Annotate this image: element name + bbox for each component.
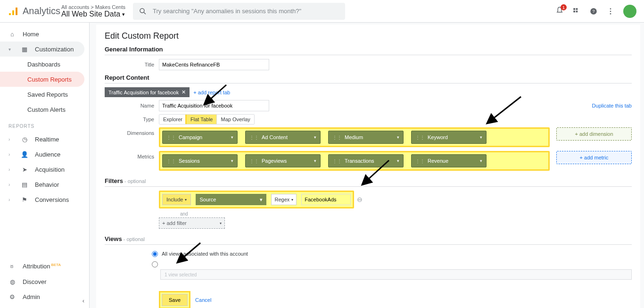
product-name: Analytics: [23, 6, 60, 17]
sidebar-item-custom-alerts[interactable]: Custom Alerts: [0, 102, 89, 117]
filter-and-label: and: [180, 211, 632, 216]
metric-pill[interactable]: ⋮⋮Revenue▾: [411, 154, 487, 167]
remove-filter-icon[interactable]: ⊖: [357, 196, 363, 203]
grip-icon: ⋮⋮: [332, 158, 342, 164]
search-placeholder: Try searching "Any anomalies in sessions…: [153, 8, 301, 15]
tab-name-input[interactable]: [159, 100, 269, 111]
close-tab-icon[interactable]: ✕: [182, 89, 186, 95]
filter-field-select[interactable]: Source▾: [196, 194, 266, 205]
views-selected-radio[interactable]: [152, 261, 158, 267]
svg-rect-8: [576, 10, 578, 12]
sidebar-section-reports: REPORTS: [0, 124, 89, 129]
chevron-down-icon: ▾: [220, 221, 222, 225]
svg-point-13: [610, 13, 611, 14]
chevron-down-icon: ▾: [231, 158, 233, 163]
svg-rect-6: [576, 8, 578, 10]
more-icon[interactable]: [606, 7, 615, 16]
svg-rect-7: [573, 10, 575, 12]
chevron-right-icon: ›: [8, 137, 12, 142]
sidebar-item-audience[interactable]: ›👤Audience: [0, 147, 89, 162]
sidebar: ⌂Home ▾▦Customization Dashboards Custom …: [0, 23, 90, 308]
chevron-down-icon: ▾: [291, 198, 293, 202]
grip-icon: ⋮⋮: [166, 135, 176, 140]
sidebar-item-custom-reports[interactable]: Custom Reports: [0, 72, 84, 87]
svg-point-11: [610, 8, 611, 9]
sidebar-item-acquisition[interactable]: ›➤Acquisition: [0, 162, 89, 177]
metric-pill[interactable]: ⋮⋮Transactions▾: [328, 154, 404, 167]
sidebar-item-discover[interactable]: ◍Discover: [0, 274, 89, 289]
sidebar-item-customization[interactable]: ▾▦Customization: [0, 42, 84, 57]
notif-count: 1: [561, 4, 567, 10]
chevron-down-icon: ▾: [397, 135, 399, 140]
sidebar-item-conversions[interactable]: ›⚑Conversions: [0, 192, 89, 207]
notifications-button[interactable]: 1: [555, 6, 564, 16]
filter-include-select[interactable]: Include▾: [162, 194, 191, 205]
label-type: Type: [105, 117, 159, 122]
clock-icon: ◷: [21, 135, 28, 143]
sidebar-item-realtime[interactable]: ›◷Realtime: [0, 132, 89, 147]
sidebar-item-saved-reports[interactable]: Saved Reports: [0, 87, 89, 102]
search-icon: [139, 7, 147, 16]
type-toggle: Explorer Flat Table Map Overlay: [159, 114, 255, 125]
cancel-link[interactable]: Cancel: [195, 297, 211, 303]
sidebar-collapse-button[interactable]: ‹: [83, 297, 84, 304]
filter-operator-select[interactable]: Regex▾: [271, 194, 297, 205]
page-title: Edit Custom Report: [105, 31, 632, 41]
grip-icon: ⋮⋮: [332, 135, 342, 140]
home-icon: ⌂: [8, 30, 16, 38]
search-input[interactable]: Try searching "Any anomalies in sessions…: [133, 3, 345, 20]
add-filter-button[interactable]: + add filter▾: [159, 217, 225, 229]
header-bar: Analytics All accounts > Makes Cents All…: [0, 0, 644, 23]
account-selector[interactable]: All accounts > Makes Cents All Web Site …: [61, 4, 125, 18]
dimension-pill[interactable]: ⋮⋮Campaign▾: [162, 131, 238, 144]
type-map-overlay[interactable]: Map Overlay: [217, 115, 254, 124]
person-icon: 👤: [21, 150, 28, 158]
views-all-radio[interactable]: [152, 251, 158, 257]
chevron-down-icon: ▾: [231, 135, 233, 140]
dimension-pill[interactable]: ⋮⋮Keyword▾: [411, 131, 487, 144]
svg-rect-5: [573, 8, 575, 10]
type-flat-table[interactable]: Flat Table: [187, 115, 217, 124]
bulb-icon: ◍: [8, 278, 16, 285]
add-report-tab-link[interactable]: + add report tab: [193, 90, 230, 95]
sidebar-item-admin[interactable]: ⚙Admin: [0, 289, 89, 304]
sidebar-item-attribution[interactable]: ఠAttributionBETA: [0, 259, 89, 274]
label-title: Title: [105, 62, 159, 67]
view-name: All Web Site Data: [61, 10, 120, 18]
grip-icon: ⋮⋮: [415, 158, 425, 164]
chevron-right-icon: ›: [8, 182, 12, 187]
grip-icon: ⋮⋮: [415, 135, 425, 140]
filter-value-input[interactable]: [301, 194, 351, 205]
apps-icon[interactable]: [572, 7, 581, 16]
dimension-pill[interactable]: ⋮⋮Medium▾: [328, 131, 404, 144]
sidebar-item-home[interactable]: ⌂Home: [0, 26, 89, 42]
title-input[interactable]: [159, 59, 269, 70]
dimension-pill[interactable]: ⋮⋮Ad Content▾: [245, 131, 321, 144]
duplicate-tab-link[interactable]: Duplicate this tab: [592, 103, 632, 108]
user-avatar[interactable]: [623, 5, 636, 18]
chevron-right-icon: ›: [8, 197, 12, 202]
views-selected-dropdown: 1 view selected: [160, 269, 632, 280]
breadcrumb: All accounts > Makes Cents: [61, 4, 125, 10]
section-general: General Information: [105, 46, 632, 55]
report-tab[interactable]: Traffic Acquisition for facebook✕: [105, 87, 190, 97]
type-explorer[interactable]: Explorer: [159, 115, 187, 124]
svg-point-12: [610, 10, 611, 12]
label-dimensions: Dimensions: [105, 127, 159, 136]
help-icon[interactable]: ?: [589, 7, 598, 16]
add-metric-button[interactable]: + add metric: [556, 151, 632, 164]
label-name: Name: [105, 103, 159, 108]
metric-pill[interactable]: ⋮⋮Sessions▾: [162, 154, 238, 167]
save-button[interactable]: Save: [162, 294, 188, 306]
label-metrics: Metrics: [105, 151, 159, 159]
views-all-label: All views associated with this account: [162, 251, 248, 257]
grip-icon: ⋮⋮: [249, 135, 259, 140]
grip-icon: ⋮⋮: [249, 158, 259, 164]
flag-icon: ⚑: [21, 196, 28, 203]
add-dimension-button[interactable]: + add dimension: [556, 127, 632, 141]
sidebar-item-dashboards[interactable]: Dashboards: [0, 57, 89, 72]
metric-pill[interactable]: ⋮⋮Pageviews▾: [245, 154, 321, 167]
logo-block[interactable]: Analytics: [8, 6, 61, 17]
sidebar-item-behavior[interactable]: ›▤Behavior: [0, 177, 89, 192]
chevron-down-icon: ▾: [480, 135, 482, 140]
